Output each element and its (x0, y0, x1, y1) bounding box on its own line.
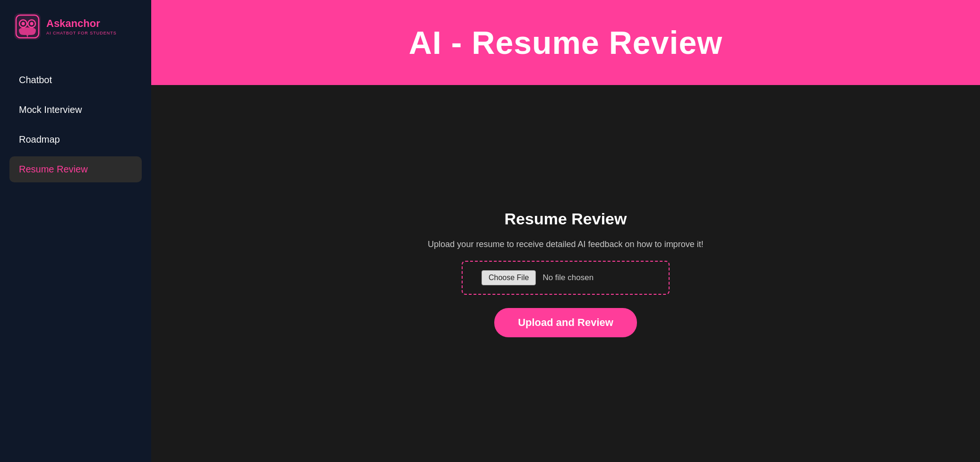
sidebar-item-roadmap[interactable]: Roadmap (9, 127, 142, 153)
logo-subtitle: AI CHATBOT FOR STUDENTS (46, 31, 117, 35)
main-content: AI - Resume Review Resume Review Upload … (151, 0, 980, 462)
sidebar-item-mock-interview[interactable]: Mock Interview (9, 97, 142, 123)
svg-point-5 (30, 22, 34, 26)
svg-point-4 (22, 22, 25, 26)
logo-text-area: Askanchor AI CHATBOT FOR STUDENTS (46, 17, 117, 35)
logo-icon (14, 13, 41, 40)
sidebar-item-resume-review[interactable]: Resume Review (9, 156, 142, 182)
content-area: Resume Review Upload your resume to rece… (151, 85, 980, 462)
sidebar: Askanchor AI CHATBOT FOR STUDENTS Chatbo… (0, 0, 151, 462)
choose-file-button[interactable]: Choose File (481, 270, 536, 285)
logo-area: Askanchor AI CHATBOT FOR STUDENTS (0, 0, 151, 53)
logo-brand-text: Askanchor (46, 17, 117, 30)
nav-menu: Chatbot Mock Interview Roadmap Resume Re… (0, 53, 151, 462)
upload-and-review-button[interactable]: Upload and Review (494, 308, 637, 337)
file-upload-wrapper[interactable]: Choose File No file chosen (462, 261, 670, 295)
sidebar-item-chatbot[interactable]: Chatbot (9, 67, 142, 93)
section-subtitle: Upload your resume to receive detailed A… (428, 240, 703, 249)
section-title: Resume Review (505, 210, 627, 228)
page-title: AI - Resume Review (409, 24, 722, 61)
file-name-label: No file chosen (542, 273, 593, 282)
page-header: AI - Resume Review (151, 0, 980, 85)
